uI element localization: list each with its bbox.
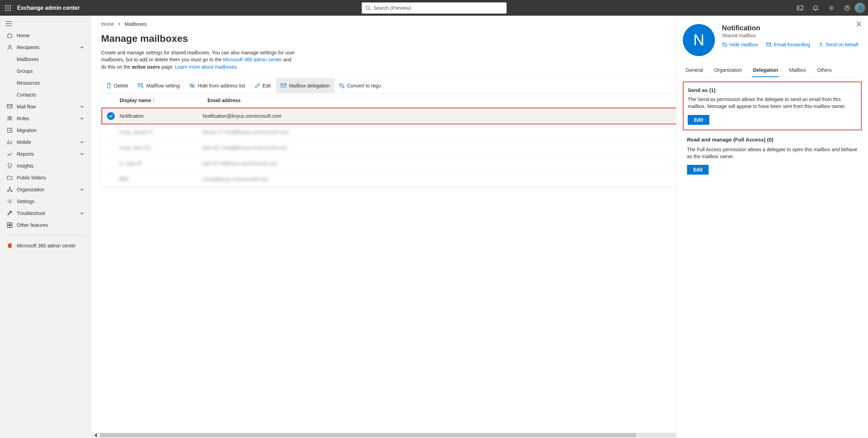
- tab-mailbox[interactable]: Mailbox: [788, 64, 807, 77]
- svg-rect-33: [281, 84, 286, 87]
- nav-home[interactable]: Home: [0, 30, 91, 41]
- toolbar-mailflow[interactable]: Mailflow setting: [133, 78, 184, 93]
- shell-cmd-icon[interactable]: [792, 0, 808, 16]
- full-access-section: Read and manage (Full Access) (0) The Fu…: [683, 130, 862, 179]
- action-email-forwarding[interactable]: Email forwarding: [766, 42, 810, 47]
- nav-insights[interactable]: Insights: [0, 160, 91, 172]
- nav-resources[interactable]: Resources: [0, 77, 91, 89]
- chevron-down-icon: [80, 187, 84, 192]
- svg-point-9: [366, 6, 369, 9]
- migration-icon: [7, 128, 13, 133]
- svg-rect-26: [7, 223, 9, 225]
- nav-label: Mail flow: [17, 104, 36, 109]
- learn-more-link[interactable]: Learn more about mailboxes: [175, 64, 237, 70]
- nav-roles[interactable]: Roles: [0, 113, 91, 124]
- nav-recipients-label: Recipients: [17, 45, 39, 50]
- label: Delete: [114, 83, 128, 89]
- svg-rect-18: [7, 105, 12, 108]
- checkmark-icon[interactable]: [107, 112, 115, 120]
- notifications-icon[interactable]: [808, 0, 823, 16]
- svg-rect-1: [7, 5, 8, 6]
- nav-organization[interactable]: Organization: [0, 184, 91, 195]
- cell-email: Jack-IF.Yi@linyus.onmicrosoft.com: [202, 161, 307, 166]
- crumb-current: Mailboxes: [124, 21, 146, 27]
- hamburger-button[interactable]: [0, 18, 91, 30]
- nav-resources-label: Resources: [17, 80, 40, 86]
- toolbar-hide[interactable]: Hide from address list: [184, 78, 250, 93]
- mail-icon: [7, 104, 13, 109]
- edit-send-as-button[interactable]: Edit: [688, 115, 709, 125]
- app-launcher-button[interactable]: [0, 0, 16, 16]
- column-email[interactable]: Email address: [207, 98, 312, 103]
- tab-others[interactable]: Others: [816, 64, 832, 77]
- svg-rect-0: [5, 5, 6, 6]
- settings-icon[interactable]: [823, 0, 839, 16]
- crumb-home[interactable]: Home: [101, 21, 114, 27]
- close-panel-button[interactable]: [856, 21, 862, 28]
- nav-label: Microsoft 365 admin center: [17, 243, 76, 248]
- nav-public-folders[interactable]: Public folders: [0, 172, 91, 184]
- panel-quick-actions: Hide mailbox Email forwarding Send on be…: [722, 42, 858, 47]
- action-hide-mailbox[interactable]: Hide mailbox: [722, 42, 758, 47]
- label: Send on behalf: [825, 42, 858, 47]
- nav-label: Insights: [17, 163, 33, 169]
- svg-point-25: [9, 201, 10, 202]
- desc-bold: active users: [132, 64, 160, 70]
- cell-email: Sam-EC.Yang@linyus.onmicrosoft.com: [202, 145, 307, 151]
- m365-link[interactable]: Microsoft 365 admin center: [223, 57, 282, 62]
- toolbar-edit[interactable]: Edit: [250, 78, 276, 93]
- nav-migration[interactable]: Migration: [0, 124, 91, 136]
- svg-rect-29: [10, 225, 12, 228]
- row-checkbox[interactable]: [106, 175, 114, 183]
- nav-label: Roles: [17, 116, 29, 121]
- toolbar-delete[interactable]: Delete: [101, 78, 133, 93]
- edit-full-access-button[interactable]: Edit: [687, 165, 709, 175]
- scroll-left-arrow[interactable]: [94, 433, 97, 437]
- tab-general[interactable]: General: [685, 64, 704, 77]
- nav-other[interactable]: Other features: [0, 219, 91, 231]
- user-avatar[interactable]: 👤: [855, 3, 865, 13]
- column-display-name[interactable]: Display name ↑: [120, 98, 207, 103]
- nav-settings[interactable]: Settings: [0, 195, 91, 207]
- nav-reports[interactable]: Reports: [0, 148, 91, 160]
- search-box[interactable]: [362, 2, 506, 14]
- panel-title: Notification: [722, 24, 858, 32]
- toolbar-delegation[interactable]: Mailbox delegation: [276, 78, 335, 93]
- send-as-desc: The Send as permission allows the delega…: [688, 96, 857, 110]
- nav-groups[interactable]: Groups: [0, 65, 91, 77]
- toolbar-convert[interactable]: Convert to regu: [334, 78, 386, 93]
- sort-arrow-icon: ↑: [152, 98, 155, 103]
- nav-mailflow[interactable]: Mail flow: [0, 101, 91, 113]
- nav-mailboxes[interactable]: Mailboxes: [0, 53, 91, 65]
- trash-icon: [106, 83, 111, 89]
- search-input[interactable]: [373, 5, 503, 11]
- scroll-thumb[interactable]: [100, 433, 636, 437]
- main-content: Home Mailboxes Manage mailboxes Create a…: [91, 16, 868, 438]
- nav-contacts[interactable]: Contacts: [0, 89, 91, 101]
- nav-label: Public folders: [17, 175, 46, 180]
- tab-organization[interactable]: Organization: [714, 64, 742, 77]
- nav-troubleshoot[interactable]: Troubleshoot: [0, 207, 91, 219]
- row-checkbox[interactable]: [106, 160, 114, 167]
- svg-rect-34: [340, 84, 341, 85]
- label: Hide mailbox: [730, 42, 758, 47]
- svg-point-12: [830, 7, 832, 9]
- svg-point-38: [820, 43, 822, 45]
- nav-m365-link[interactable]: Microsoft 365 admin center: [0, 240, 91, 252]
- mobile-icon: [7, 139, 13, 145]
- hide-icon: [722, 43, 727, 47]
- chevron-right-icon: [118, 22, 121, 26]
- row-checkbox[interactable]: [106, 128, 114, 136]
- nav-label: Other features: [17, 222, 48, 228]
- action-send-on-behalf[interactable]: Send on behalf: [818, 42, 858, 47]
- row-checkbox[interactable]: [106, 144, 114, 152]
- help-icon[interactable]: [839, 0, 855, 16]
- svg-point-22: [9, 187, 10, 189]
- cell-email: Notification@linyus.onmicrosoft.com: [203, 113, 307, 119]
- nav-label: Mobile: [17, 139, 31, 145]
- cell-name: Yang, Sam-EC: [119, 145, 202, 151]
- tab-delegation[interactable]: Delegation: [752, 64, 779, 77]
- mailflow-icon: [138, 83, 143, 88]
- nav-recipients[interactable]: Recipients: [0, 41, 91, 53]
- nav-mobile[interactable]: Mobile: [0, 136, 91, 148]
